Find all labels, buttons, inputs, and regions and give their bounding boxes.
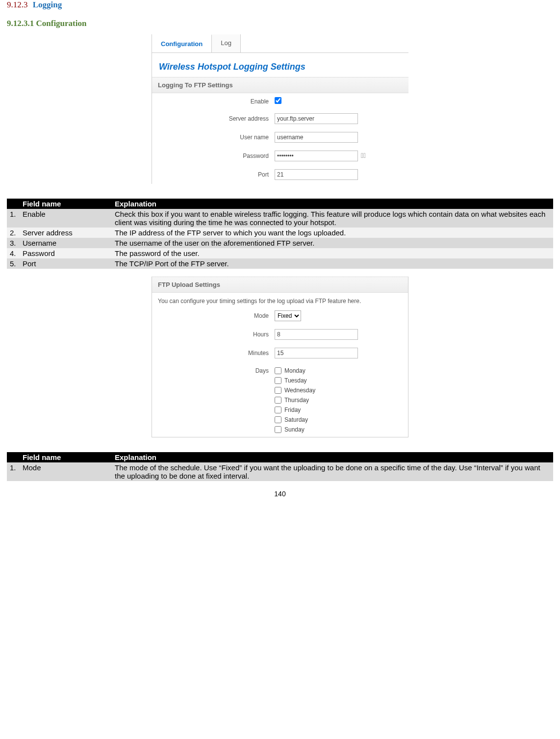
cell-num: 1. (7, 462, 20, 481)
cell-exp: The password of the user. (112, 248, 553, 258)
panel-title: Wireless Hotspot Logging Settings (152, 53, 408, 77)
heading-9-12-3: 9.12.3 Logging (7, 0, 553, 10)
row-hours: Hours (152, 325, 408, 344)
cell-exp: The username of the user on the aforemen… (112, 238, 553, 248)
label-port: Port (152, 171, 275, 178)
days-list: Monday Tuesday Wednesday Thursday Friday… (275, 366, 401, 433)
row-server: Server address (152, 109, 408, 128)
cell-field: Password (20, 248, 112, 258)
day-label: Thursday (284, 397, 309, 404)
label-days: Days (152, 366, 275, 374)
col-explanation: Explanation (112, 199, 553, 209)
cell-exp: The mode of the schedule. Use “Fixed” if… (112, 462, 553, 481)
cell-field: Mode (20, 462, 112, 481)
table-header-row: Field name Explanation (7, 452, 553, 462)
checkbox-enable[interactable] (275, 97, 281, 104)
section-header-ftp-upload: FTP Upload Settings (152, 277, 408, 293)
cell-exp: The IP address of the FTP server to whic… (112, 228, 553, 238)
page-number: 140 (7, 490, 553, 498)
cell-exp: Check this box if you want to enable wir… (112, 209, 553, 228)
input-port[interactable] (275, 169, 358, 180)
label-mode: Mode (152, 312, 275, 319)
day-row: Thursday (275, 397, 401, 404)
input-minutes[interactable] (275, 348, 358, 358)
panel-ftp-upload: FTP Upload Settings You can configure yo… (152, 277, 408, 437)
table-ftp-upload-fields: Field name Explanation 1. Mode The mode … (7, 452, 553, 481)
row-port: Port (152, 165, 408, 184)
checkbox-day-monday[interactable] (275, 367, 281, 374)
cell-exp: The TCP/IP Port of the FTP server. (112, 258, 553, 269)
table-row: 5. Port The TCP/IP Port of the FTP serve… (7, 258, 553, 269)
table-logging-fields: Field name Explanation 1. Enable Check t… (7, 199, 553, 269)
heading-title: Logging (33, 0, 62, 9)
input-server-address[interactable] (275, 113, 358, 124)
cell-field: Port (20, 258, 112, 269)
cell-num: 5. (7, 258, 20, 269)
row-enable: Enable (152, 93, 408, 109)
day-row: Friday (275, 407, 401, 413)
reveal-password-icon[interactable]: 👁̸ (361, 152, 366, 159)
tab-configuration[interactable]: Configuration (152, 34, 212, 52)
label-username: User name (152, 134, 275, 141)
cell-num: 4. (7, 248, 20, 258)
section-header-ftp: Logging To FTP Settings (152, 77, 408, 93)
label-hours: Hours (152, 331, 275, 338)
heading-9-12-3-1: 9.12.3.1 Configuration (7, 19, 553, 28)
day-row: Wednesday (275, 387, 401, 394)
label-server: Server address (152, 115, 275, 122)
row-days: Days Monday Tuesday Wednesday Thursday F… (152, 362, 408, 437)
day-row: Monday (275, 367, 401, 374)
day-row: Sunday (275, 426, 401, 433)
day-row: Saturday (275, 416, 401, 423)
checkbox-day-sunday[interactable] (275, 426, 281, 433)
cell-field: Server address (20, 228, 112, 238)
col-field-name: Field name (20, 199, 112, 209)
checkbox-day-wednesday[interactable] (275, 387, 281, 394)
day-label: Wednesday (284, 387, 315, 394)
day-label: Monday (284, 367, 305, 374)
input-password[interactable] (275, 151, 358, 161)
cell-num: 3. (7, 238, 20, 248)
table-row: 1. Enable Check this box if you want to … (7, 209, 553, 228)
table-row: 4. Password The password of the user. (7, 248, 553, 258)
day-row: Tuesday (275, 377, 401, 384)
tabs: Configuration Log (152, 34, 408, 53)
screenshot-logging-settings: Configuration Log Wireless Hotspot Loggi… (7, 34, 553, 184)
input-username[interactable] (275, 132, 358, 143)
row-username: User name (152, 128, 408, 147)
panel-logging: Configuration Log Wireless Hotspot Loggi… (152, 34, 408, 184)
row-minutes: Minutes (152, 344, 408, 362)
col-blank (7, 199, 20, 209)
cell-num: 1. (7, 209, 20, 228)
col-blank (7, 452, 20, 462)
label-enable: Enable (152, 98, 275, 105)
checkbox-day-friday[interactable] (275, 407, 281, 413)
col-field-name: Field name (20, 452, 112, 462)
checkbox-day-saturday[interactable] (275, 416, 281, 423)
row-password: Password 👁̸ (152, 147, 408, 165)
day-label: Friday (284, 407, 301, 413)
row-mode: Mode Fixed (152, 306, 408, 325)
day-label: Tuesday (284, 377, 307, 384)
ftp-upload-description: You can configure your timing settings f… (152, 293, 408, 306)
table-row: 2. Server address The IP address of the … (7, 228, 553, 238)
checkbox-day-tuesday[interactable] (275, 377, 281, 384)
cell-field: Username (20, 238, 112, 248)
heading-number: 9.12.3 (7, 0, 28, 9)
table-row: 1. Mode The mode of the schedule. Use “F… (7, 462, 553, 481)
select-mode[interactable]: Fixed (275, 310, 301, 321)
tab-log[interactable]: Log (212, 34, 241, 52)
cell-num: 2. (7, 228, 20, 238)
table-row: 3. Username The username of the user on … (7, 238, 553, 248)
cell-field: Enable (20, 209, 112, 228)
day-label: Saturday (284, 416, 308, 423)
col-explanation: Explanation (112, 452, 553, 462)
day-label: Sunday (284, 426, 305, 433)
label-minutes: Minutes (152, 350, 275, 357)
input-hours[interactable] (275, 329, 358, 340)
checkbox-day-thursday[interactable] (275, 397, 281, 404)
table-header-row: Field name Explanation (7, 199, 553, 209)
screenshot-ftp-upload: FTP Upload Settings You can configure yo… (7, 277, 553, 437)
label-password: Password (152, 153, 275, 159)
